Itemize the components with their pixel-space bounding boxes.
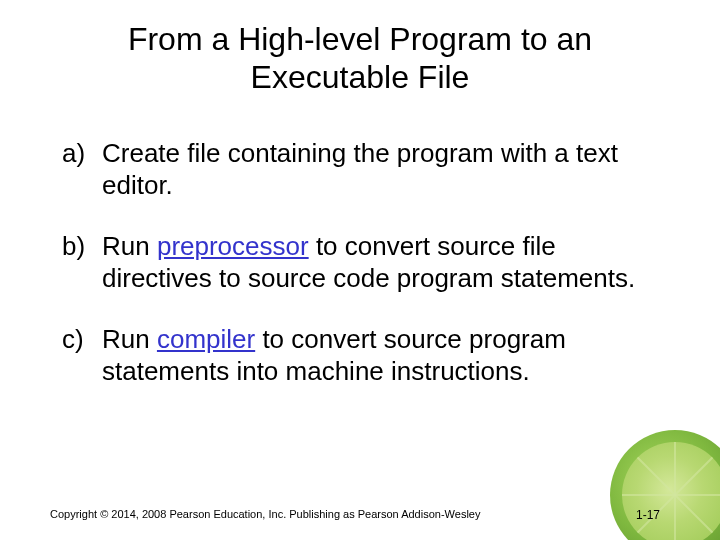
link-text: preprocessor	[157, 231, 309, 261]
list-item: a) Create file containing the program wi…	[60, 137, 670, 202]
list-item-text: Run compiler to convert source program s…	[102, 323, 670, 388]
link-text: compiler	[157, 324, 255, 354]
text-part: Run	[102, 324, 157, 354]
footer: Copyright © 2014, 2008 Pearson Education…	[50, 504, 670, 522]
list-marker: a)	[60, 137, 102, 202]
slide-title: From a High-level Program to an Executab…	[50, 20, 670, 97]
list-item-text: Run preprocessor to convert source file …	[102, 230, 670, 295]
text-part: Create file containing the program with …	[102, 138, 618, 201]
content-list: a) Create file containing the program wi…	[50, 137, 670, 388]
lime-decoration-icon	[610, 430, 720, 540]
list-marker: c)	[60, 323, 102, 388]
copyright-text: Copyright © 2014, 2008 Pearson Education…	[50, 508, 480, 520]
list-item: c) Run compiler to convert source progra…	[60, 323, 670, 388]
list-item-text: Create file containing the program with …	[102, 137, 670, 202]
slide: From a High-level Program to an Executab…	[0, 0, 720, 540]
text-part: Run	[102, 231, 157, 261]
list-marker: b)	[60, 230, 102, 295]
page-number: 1-17	[636, 508, 660, 522]
list-item: b) Run preprocessor to convert source fi…	[60, 230, 670, 295]
